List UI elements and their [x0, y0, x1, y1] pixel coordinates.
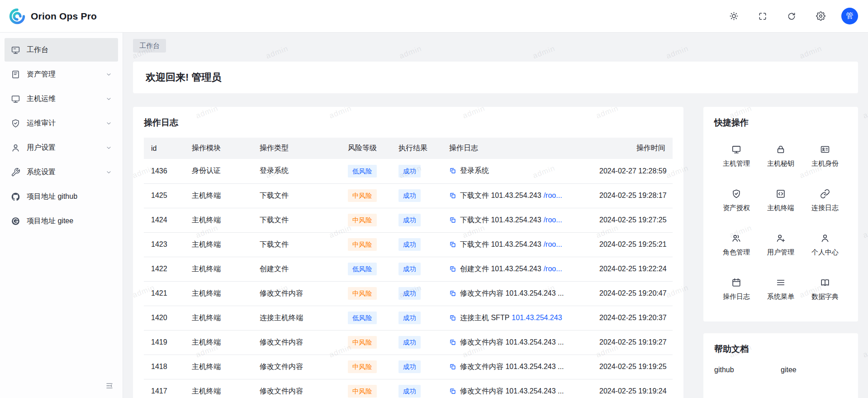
help-link-gitee[interactable]: gitee — [781, 366, 847, 374]
copy-icon[interactable] — [449, 216, 456, 224]
sidebar-item-label: 主机运维 — [27, 94, 56, 104]
cell-result: 成功 — [391, 159, 442, 183]
operation-log-title: 操作日志 — [144, 117, 673, 129]
sidebar-item-label: 用户设置 — [27, 143, 56, 153]
sidebar-item-label: 系统设置 — [27, 168, 56, 177]
refresh-icon[interactable] — [783, 8, 800, 24]
sidebar-item-gitee[interactable]: 项目地址 gitee — [5, 209, 118, 233]
column-header-type: 操作类型 — [252, 138, 341, 159]
chevron-down-icon — [106, 96, 112, 102]
copy-icon[interactable] — [449, 167, 456, 174]
cell-module: 主机终端 — [185, 232, 252, 257]
log-link[interactable]: /roo... — [544, 265, 562, 273]
cell-risk: 低风险 — [341, 159, 391, 183]
shield-icon — [731, 189, 741, 199]
quick-action-data-dictionary[interactable]: 数据字典 — [803, 267, 847, 312]
quick-action-operation-log[interactable]: 操作日志 — [714, 267, 759, 312]
copy-icon[interactable] — [449, 265, 456, 273]
table-row: 1423 主机终端 下载文件 中风险 成功 下载文件 101.43.254.24… — [144, 232, 673, 257]
result-badge: 成功 — [398, 238, 421, 251]
cell-result: 成功 — [391, 208, 442, 232]
quick-action-host-identity[interactable]: 主机身份 — [803, 134, 847, 178]
quick-action-profile[interactable]: 个人中心 — [803, 223, 847, 267]
cell-result: 成功 — [391, 232, 442, 257]
copy-icon[interactable] — [449, 339, 456, 346]
log-link[interactable]: /roo... — [544, 216, 562, 224]
user-add-icon — [776, 233, 786, 243]
log-link[interactable]: /roo... — [544, 240, 562, 248]
quick-action-connect-log[interactable]: 连接日志 — [803, 178, 847, 223]
quick-action-system-menu[interactable]: 系统菜单 — [759, 267, 803, 312]
table-row: 1420 主机终端 连接主机终端 低风险 成功 连接主机 SFTP101.43.… — [144, 306, 673, 330]
table-row: 1421 主机终端 修改文件内容 中风险 成功 修改文件内容 101.43.25… — [144, 281, 673, 306]
cell-module: 主机终端 — [185, 306, 252, 330]
column-header-log: 操作日志 — [442, 138, 592, 159]
cell-module: 主机终端 — [185, 208, 252, 232]
calendar-icon — [731, 278, 741, 288]
cell-time: 2024-02-25 19:19:27 — [592, 330, 673, 355]
sidebar-item-github[interactable]: 项目地址 github — [5, 185, 118, 208]
result-badge: 成功 — [398, 263, 421, 275]
table-header-row: id 操作模块 操作类型 风险等级 执行结果 操作日志 操作时间 — [144, 138, 673, 159]
quick-actions-title: 快捷操作 — [714, 117, 847, 129]
monitor-icon — [731, 144, 741, 154]
theme-icon[interactable] — [726, 8, 742, 24]
cell-result: 成功 — [391, 306, 442, 330]
sidebar-item-host-operations[interactable]: 主机运维 — [5, 87, 118, 110]
github-icon — [11, 192, 20, 201]
sidebar-item-asset-management[interactable]: 资产管理 — [5, 62, 118, 86]
copy-icon[interactable] — [449, 290, 456, 297]
cell-id: 1421 — [144, 281, 185, 306]
quick-action-label: 资产授权 — [723, 204, 750, 212]
link-icon — [820, 189, 830, 199]
cell-id: 1424 — [144, 208, 185, 232]
cell-type: 修改文件内容 — [252, 355, 341, 379]
quick-action-role-manage[interactable]: 角色管理 — [714, 223, 759, 267]
sidebar-item-user-settings[interactable]: 用户设置 — [5, 136, 118, 159]
cell-risk: 低风险 — [341, 257, 391, 281]
quick-action-asset-auth[interactable]: 资产授权 — [714, 178, 759, 223]
quick-action-label: 数据字典 — [811, 293, 839, 301]
copy-icon[interactable] — [449, 388, 456, 395]
cell-risk: 中风险 — [341, 208, 391, 232]
cell-id: 1436 — [144, 159, 185, 183]
log-text: 修改文件内容 101.43.254.243 ... — [460, 363, 564, 370]
user-avatar[interactable]: 管 — [841, 8, 858, 24]
user-icon — [820, 233, 830, 243]
quick-action-host-manage[interactable]: 主机管理 — [714, 134, 759, 178]
copy-icon[interactable] — [449, 363, 456, 370]
risk-badge: 中风险 — [348, 385, 377, 398]
log-link[interactable]: 101.43.254.243 — [512, 314, 562, 321]
risk-badge: 中风险 — [348, 287, 377, 300]
app-shell: 工作台 资产管理 主机运维 — [0, 0, 868, 398]
topbar-actions: 管 — [726, 8, 858, 24]
cell-time: 2024-02-25 19:28:17 — [592, 183, 673, 208]
quick-action-host-terminal[interactable]: 主机终端 — [759, 178, 803, 223]
sidebar-item-label: 项目地址 github — [27, 192, 77, 201]
help-link-github[interactable]: github — [714, 366, 781, 374]
settings-icon[interactable] — [812, 8, 829, 24]
cell-risk: 中风险 — [341, 355, 391, 379]
sidebar-item-ops-audit[interactable]: 运维审计 — [5, 111, 118, 135]
breadcrumb-tab-workbench[interactable]: 工作台 — [133, 39, 166, 53]
cell-id: 1419 — [144, 330, 185, 355]
cell-type: 修改文件内容 — [252, 379, 341, 398]
copy-icon[interactable] — [449, 192, 456, 199]
sidebar-item-system-settings[interactable]: 系统设置 — [5, 160, 118, 184]
log-link[interactable]: /roo... — [544, 192, 562, 199]
workbench-icon — [11, 45, 20, 55]
fullscreen-icon[interactable] — [754, 8, 771, 24]
copy-icon[interactable] — [449, 241, 456, 248]
quick-action-host-keys[interactable]: 主机秘钥 — [759, 134, 803, 178]
copy-icon[interactable] — [449, 314, 456, 321]
sidebar-item-workbench[interactable]: 工作台 — [5, 38, 118, 62]
cell-type: 修改文件内容 — [252, 281, 341, 306]
cell-module: 主机终端 — [185, 379, 252, 398]
chevron-down-icon — [106, 120, 112, 126]
table-row: 1422 主机终端 创建文件 低风险 成功 创建文件 101.43.254.24… — [144, 257, 673, 281]
quick-action-label: 用户管理 — [767, 248, 794, 257]
table-row: 1425 主机终端 下载文件 中风险 成功 下载文件 101.43.254.24… — [144, 183, 673, 208]
sidebar-collapse-icon[interactable] — [104, 380, 115, 392]
quick-action-user-manage[interactable]: 用户管理 — [759, 223, 803, 267]
result-badge: 成功 — [398, 336, 421, 349]
